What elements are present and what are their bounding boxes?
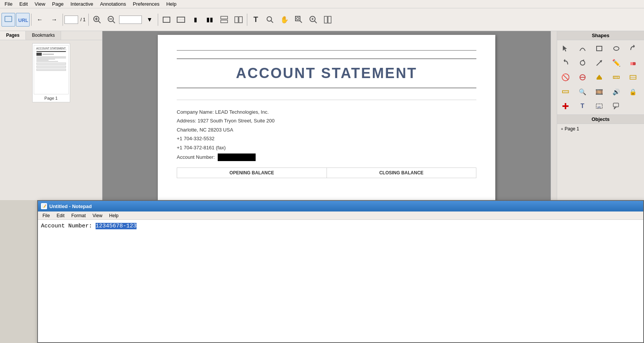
address-line: Address: 1927 South Tryon Street, Suite …	[177, 116, 476, 125]
highlight-shape-btn[interactable]	[592, 70, 606, 84]
menu-help[interactable]: Help	[163, 0, 179, 8]
svg-line-18	[271, 20, 273, 23]
text-tool-button[interactable]: T	[249, 13, 262, 27]
loupe-button[interactable]	[306, 13, 320, 27]
notepad-app-icon: 📝	[41, 203, 47, 209]
back-button[interactable]: ←	[33, 13, 47, 27]
no2-btn[interactable]	[576, 70, 589, 84]
ruler-shape-btn[interactable]	[609, 70, 623, 84]
page-thumbnail[interactable]: ACCOUNT STATEMENT	[32, 43, 70, 102]
separator-4	[158, 14, 158, 26]
notepad-menu-format[interactable]: Format	[68, 212, 89, 219]
svg-rect-27	[328, 16, 331, 23]
balance-table-header: OPENING BALANCE CLOSING BALANCE	[177, 168, 476, 178]
notepad-menu-help[interactable]: Help	[106, 212, 122, 219]
page-total: / 1	[80, 17, 85, 22]
menu-edit[interactable]: Edit	[16, 0, 31, 8]
single-page-button[interactable]: ▮	[188, 13, 202, 27]
no-btn[interactable]: 🚫	[559, 70, 572, 84]
svg-line-23	[314, 21, 317, 23]
notepad-menu-edit[interactable]: Edit	[53, 212, 68, 219]
page-number-input[interactable]: 1	[64, 16, 78, 24]
audio-shape-btn[interactable]: 🔊	[609, 85, 623, 99]
svg-rect-36	[630, 62, 633, 65]
notepad-menu-file[interactable]: File	[39, 212, 53, 219]
shapes-grid: ✏️ 🚫	[557, 40, 644, 114]
objects-content: + Page 1	[557, 124, 644, 134]
svg-rect-16	[239, 17, 242, 23]
svg-point-30	[614, 47, 619, 50]
document-info: Company Name: LEAD Technologies, Inc. Ad…	[177, 108, 476, 161]
pointer-shape-btn[interactable]	[559, 42, 572, 55]
document-title: ACCOUNT STATEMENT	[177, 58, 476, 88]
find-button[interactable]	[263, 13, 277, 27]
objects-page1-item[interactable]: + Page 1	[560, 125, 641, 132]
rotate-shape-btn[interactable]	[576, 56, 589, 70]
two-page-button[interactable]: ▮▮	[203, 13, 217, 27]
account-number-row: Account Number:	[177, 153, 476, 161]
select-tool-button[interactable]	[2, 13, 15, 27]
svg-line-32	[583, 60, 584, 61]
continuous-button[interactable]	[217, 13, 231, 27]
caliper-shape-btn[interactable]	[559, 85, 572, 99]
expand-icon[interactable]: +	[561, 127, 563, 131]
forward-button[interactable]: →	[47, 13, 61, 27]
callout-shape-btn[interactable]	[609, 99, 623, 113]
svg-rect-1	[5, 16, 12, 22]
zoom-out-button[interactable]	[105, 13, 118, 27]
stamp-shape-btn[interactable]: 🔍	[576, 85, 589, 99]
separator-2	[63, 14, 63, 26]
objects-panel: Objects + Page 1	[557, 114, 644, 134]
tab-pages[interactable]: Pages	[0, 31, 26, 40]
cover-button[interactable]	[232, 13, 245, 27]
menu-page[interactable]: Page	[49, 0, 66, 8]
split-view-button[interactable]	[321, 13, 335, 27]
tab-bookmarks[interactable]: Bookmarks	[26, 31, 61, 40]
notepad-title: Untitled - Notepad	[49, 204, 640, 209]
marquee-zoom-button[interactable]	[292, 13, 306, 27]
menu-file[interactable]: File	[2, 0, 16, 8]
menu-view[interactable]: View	[31, 0, 48, 8]
arc-shape-btn[interactable]	[576, 42, 589, 55]
account-number-redacted	[218, 153, 256, 161]
svg-point-20	[297, 17, 299, 20]
redo-shape-btn[interactable]	[626, 42, 640, 55]
textbox-shape-btn[interactable]: T	[576, 99, 589, 113]
fit-page-button[interactable]	[160, 13, 173, 27]
opening-balance-col: OPENING BALANCE	[177, 168, 327, 178]
arrow-shape-btn[interactable]	[592, 56, 606, 70]
notepad-text-area[interactable]: Account Number: 12345678-123	[38, 220, 643, 342]
separator-3	[88, 14, 89, 26]
redcross-shape-btn[interactable]	[559, 99, 572, 113]
lasso-shape-btn[interactable]: ab	[592, 99, 606, 113]
notepad-menu-view[interactable]: View	[90, 212, 105, 219]
account-number-static-text: Account Number:	[41, 223, 96, 229]
rect-shape-btn[interactable]	[592, 42, 606, 55]
menu-preferences[interactable]: Preferences	[130, 0, 162, 8]
pencil-shape-btn[interactable]: ✏️	[609, 56, 623, 70]
company-name-label: Company Name:	[177, 109, 214, 115]
account-number-label: Account Number:	[177, 153, 215, 161]
zoom-in-button[interactable]	[90, 13, 104, 27]
pdf-page: ACCOUNT STATEMENT Company Name: LEAD Tec…	[158, 35, 495, 200]
zoom-dropdown-button[interactable]: ▼	[143, 13, 156, 27]
fit-width-button[interactable]	[174, 13, 188, 27]
ellipse-shape-btn[interactable]	[609, 42, 623, 55]
lock-shape-btn[interactable]: 🔒	[626, 85, 640, 99]
menu-interactive[interactable]: Interactive	[68, 0, 96, 8]
city-line: Charlotte, NC 28203 USA	[177, 125, 476, 134]
hand-tool-button[interactable]: ✋	[278, 13, 291, 27]
svg-rect-13	[221, 16, 228, 19]
eraser-shape-btn[interactable]	[626, 56, 640, 70]
svg-line-6	[98, 21, 101, 23]
pdf-canvas[interactable]: ACCOUNT STATEMENT Company Name: LEAD Tec…	[102, 31, 551, 200]
film-shape-btn[interactable]: 🎞️	[592, 85, 606, 99]
ruler2-shape-btn[interactable]	[626, 70, 640, 84]
vertical-scrollbar[interactable]	[551, 31, 557, 200]
menu-annotations[interactable]: Annotations	[97, 0, 129, 8]
left-panel: Pages Bookmarks ACCOUNT STATEMENT	[0, 31, 102, 200]
url-tool-button[interactable]: URL	[16, 13, 30, 27]
svg-rect-14	[221, 20, 228, 23]
undo-shape-btn[interactable]	[559, 56, 572, 70]
zoom-input[interactable]: 83.3%	[119, 16, 142, 24]
